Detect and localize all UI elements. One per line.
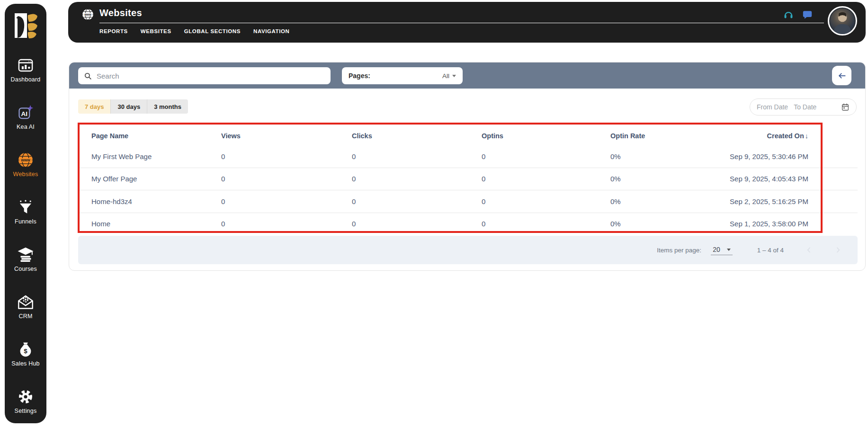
nav-navigation[interactable]: NAVIGATION (253, 28, 290, 34)
from-date-field[interactable]: From Date (757, 103, 788, 111)
sidebar-item-funnels[interactable]: Funnels (5, 199, 46, 225)
pages-filter-value: All (442, 72, 449, 80)
title-underline (99, 23, 824, 23)
sales-hub-icon: $ (17, 341, 34, 358)
kea-ai-icon: AI (17, 104, 34, 121)
sidebar-item-label: Sales Hub (11, 360, 39, 367)
pages-filter-dropdown[interactable]: Pages: All (342, 67, 463, 84)
back-button[interactable] (832, 66, 851, 85)
chat-bubble-icon[interactable] (802, 9, 813, 20)
cell-optin-rate: 0% (610, 197, 705, 205)
sidebar-item-courses[interactable]: Courses (5, 246, 46, 273)
table-row[interactable]: My Offer Page 0 0 0 0% Sep 9, 2025, 4:05… (78, 168, 858, 190)
col-header-created-on[interactable]: Created On↓ (705, 132, 858, 140)
items-per-page-value: 20 (713, 246, 720, 253)
header-nav: REPORTS WEBSITES GLOBAL SECTIONS NAVIGAT… (99, 28, 290, 34)
items-per-page-select[interactable]: 20 (711, 245, 733, 255)
sidebar-item-label: Funnels (15, 218, 36, 225)
table-row[interactable]: Home 0 0 0 0% Sep 1, 2025, 3:58:00 PM (78, 213, 858, 235)
sidebar-item-settings[interactable]: Settings (5, 388, 46, 415)
sidebar-item-label: Websites (13, 171, 38, 178)
chevron-left-icon[interactable] (805, 246, 813, 254)
top-header: www Websites REPORTS WEBSITES GLOBAL SEC… (68, 2, 866, 43)
support-headset-icon[interactable] (783, 9, 794, 20)
sidebar-item-websites[interactable]: www Websites (5, 152, 46, 178)
websites-globe-icon: www (17, 152, 34, 169)
tab-7-days[interactable]: 7 days (78, 99, 111, 114)
col-header-optin-rate[interactable]: Optin Rate (610, 132, 705, 140)
cell-views: 0 (221, 220, 352, 228)
chevron-down-icon (452, 75, 456, 77)
nav-reports[interactable]: REPORTS (99, 28, 128, 34)
cell-views: 0 (221, 175, 352, 183)
cell-optins: 0 (482, 220, 610, 228)
sidebar-item-crm[interactable]: CRM (5, 294, 46, 320)
chevron-down-icon (727, 249, 731, 251)
pages-stats-table: Page Name Views Clicks Optins Optin Rate… (78, 126, 858, 235)
items-per-page-label: Items per page: (657, 247, 701, 254)
svg-text:$: $ (24, 348, 27, 355)
cell-page-name[interactable]: Home-hd3z4 (78, 197, 221, 205)
to-date-field[interactable]: To Date (794, 103, 816, 111)
table-header-row: Page Name Views Clicks Optins Optin Rate… (78, 126, 858, 145)
col-header-views[interactable]: Views (221, 132, 352, 140)
calendar-icon[interactable] (841, 103, 850, 111)
nav-websites[interactable]: WEBSITES (141, 28, 171, 34)
cell-optin-rate: 0% (610, 220, 705, 228)
sidebar-item-label: Kea AI (17, 124, 35, 130)
cell-created-on: Sep 9, 2025, 5:30:46 PM (705, 152, 858, 160)
table-row[interactable]: Home-hd3z4 0 0 0 0% Sep 2, 2025, 5:16:25… (78, 190, 858, 213)
nav-global-sections[interactable]: GLOBAL SECTIONS (184, 28, 241, 34)
paginator-nav (805, 246, 842, 254)
cell-optins: 0 (482, 152, 610, 160)
filter-bar: Pages: All (69, 62, 865, 89)
sidebar-item-label: Dashboard (11, 76, 41, 83)
tab-3-months[interactable]: 3 months (147, 99, 188, 114)
sort-desc-icon: ↓ (805, 132, 808, 140)
cell-clicks: 0 (352, 175, 482, 183)
cell-clicks: 0 (352, 152, 482, 160)
cell-page-name[interactable]: Home (78, 220, 221, 228)
settings-gear-icon (17, 388, 34, 405)
sidebar-item-label: CRM (18, 313, 32, 320)
chevron-right-icon[interactable] (834, 246, 842, 254)
cell-optins: 0 (482, 175, 610, 183)
date-range-picker[interactable]: From Date To Date (750, 98, 857, 116)
user-avatar[interactable] (828, 6, 857, 36)
crm-icon (17, 294, 34, 311)
col-header-page-name[interactable]: Page Name (78, 132, 221, 140)
cell-views: 0 (221, 152, 352, 160)
search-icon (84, 72, 92, 80)
arrow-left-icon (837, 71, 847, 80)
pages-filter-label: Pages: (349, 72, 370, 80)
cell-clicks: 0 (352, 197, 482, 205)
tab-30-days[interactable]: 30 days (111, 99, 147, 114)
search-box (78, 67, 331, 84)
cell-created-on: Sep 1, 2025, 3:58:00 PM (705, 220, 858, 228)
sidebar-item-sales-hub[interactable]: $ Sales Hub (5, 341, 46, 367)
header-actions (783, 9, 813, 20)
search-input[interactable] (96, 71, 325, 80)
date-range-tabs: 7 days 30 days 3 months (78, 99, 188, 114)
cell-page-name[interactable]: My First Web Page (78, 152, 221, 160)
cell-optins: 0 (482, 197, 610, 205)
sidebar-item-kea-ai[interactable]: AI Kea AI (5, 104, 46, 131)
cell-clicks: 0 (352, 220, 482, 228)
cell-page-name[interactable]: My Offer Page (78, 175, 221, 183)
col-header-optins[interactable]: Optins (482, 132, 610, 140)
sidebar-item-dashboard[interactable]: Dashboard (5, 57, 46, 83)
sidebar: Dashboard AI Kea AI www Websites (5, 4, 46, 423)
funnel-icon (17, 199, 34, 216)
table-row[interactable]: My First Web Page 0 0 0 0% Sep 9, 2025, … (78, 145, 858, 168)
sidebar-item-label: Courses (14, 266, 37, 272)
cell-optin-rate: 0% (610, 152, 705, 160)
kea-logo[interactable] (12, 11, 39, 40)
cell-created-on: Sep 9, 2025, 4:05:43 PM (705, 175, 858, 183)
header-globe-icon: www (81, 8, 94, 21)
svg-text:www: www (20, 158, 30, 162)
col-header-clicks[interactable]: Clicks (352, 132, 482, 140)
sidebar-item-label: Settings (15, 408, 37, 414)
page-range-status: 1 – 4 of 4 (757, 247, 784, 254)
content-card: Pages: All 7 days 30 days 3 months From … (69, 62, 866, 271)
svg-text:www: www (84, 13, 91, 16)
